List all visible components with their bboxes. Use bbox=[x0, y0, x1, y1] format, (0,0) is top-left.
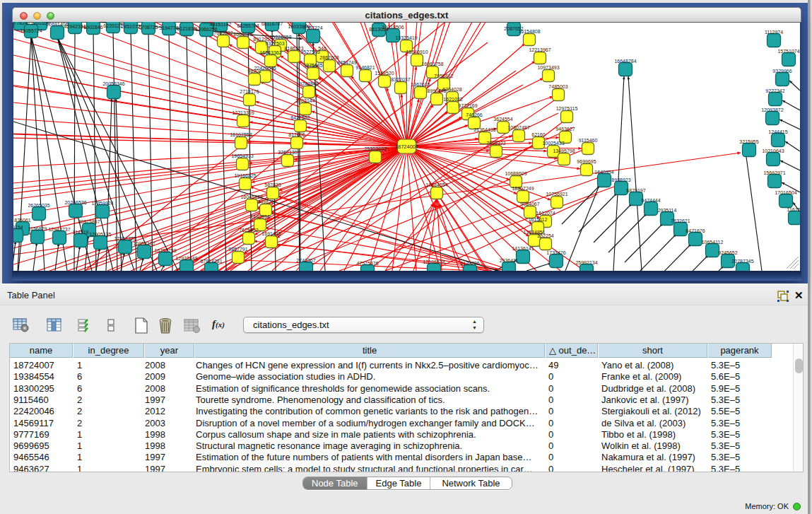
svg-text:16107553: 16107553 bbox=[230, 132, 252, 137]
svg-text:18640910: 18640910 bbox=[406, 49, 428, 54]
svg-text:9327503: 9327503 bbox=[265, 41, 284, 46]
svg-text:12213967: 12213967 bbox=[529, 47, 551, 52]
svg-text:2138286: 2138286 bbox=[460, 261, 479, 266]
svg-text:17359924: 17359924 bbox=[91, 201, 113, 206]
svg-text:9857791: 9857791 bbox=[228, 247, 247, 252]
svg-text:3624554: 3624554 bbox=[493, 117, 512, 122]
svg-text:1612074: 1612074 bbox=[536, 211, 555, 216]
svg-text:39154: 39154 bbox=[13, 225, 23, 230]
svg-text:67814281: 67814281 bbox=[200, 259, 222, 264]
svg-text:2935114: 2935114 bbox=[658, 208, 677, 213]
svg-text:1615112: 1615112 bbox=[529, 217, 548, 222]
svg-text:114519: 114519 bbox=[73, 230, 89, 235]
svg-text:7357224: 7357224 bbox=[303, 25, 322, 30]
svg-text:68116787: 68116787 bbox=[261, 22, 283, 26]
svg-text:9115460: 9115460 bbox=[579, 138, 598, 143]
svg-text:2936411: 2936411 bbox=[500, 258, 519, 263]
svg-text:10807487: 10807487 bbox=[507, 125, 529, 130]
svg-text:8454749: 8454749 bbox=[337, 60, 356, 65]
svg-text:1362615: 1362615 bbox=[411, 82, 430, 87]
svg-text:1640954: 1640954 bbox=[594, 170, 613, 175]
svg-text:9227342: 9227342 bbox=[765, 88, 784, 93]
svg-text:3215955: 3215955 bbox=[739, 139, 758, 144]
svg-text:8471676: 8471676 bbox=[686, 228, 705, 233]
svg-text:30975867: 30975867 bbox=[78, 219, 100, 224]
svg-text:18807249: 18807249 bbox=[512, 186, 534, 191]
svg-text:16648784: 16648784 bbox=[614, 59, 636, 64]
svg-text:546: 546 bbox=[318, 46, 326, 51]
svg-text:20053346: 20053346 bbox=[102, 81, 124, 86]
svg-text:13325419: 13325419 bbox=[395, 35, 417, 40]
svg-text:12213369: 12213369 bbox=[232, 110, 254, 115]
svg-text:7632621: 7632621 bbox=[671, 218, 690, 223]
svg-text:68255704: 68255704 bbox=[237, 23, 259, 28]
svg-text:62160: 62160 bbox=[531, 132, 546, 137]
svg-text:6902846: 6902846 bbox=[83, 25, 102, 30]
svg-text:8427552: 8427552 bbox=[290, 115, 310, 120]
svg-text:252254: 252254 bbox=[537, 233, 553, 238]
svg-text:1621022: 1621022 bbox=[443, 97, 462, 102]
svg-text:7986322: 7986322 bbox=[486, 141, 505, 146]
svg-text:12106538: 12106538 bbox=[423, 259, 445, 264]
svg-text:15692971: 15692971 bbox=[763, 170, 785, 175]
svg-text:16154808: 16154808 bbox=[518, 29, 540, 34]
svg-text:6794028: 6794028 bbox=[442, 87, 461, 92]
svg-text:3267130: 3267130 bbox=[278, 150, 297, 155]
svg-text:1244415: 1244415 bbox=[768, 129, 787, 134]
svg-text:746266: 746266 bbox=[466, 112, 482, 117]
svg-text:13495798: 13495798 bbox=[553, 148, 575, 153]
svg-text:21364436: 21364436 bbox=[473, 127, 495, 132]
svg-text:2451077: 2451077 bbox=[121, 24, 140, 29]
svg-text:2803144: 2803144 bbox=[295, 98, 314, 103]
svg-text:16961758: 16961758 bbox=[421, 62, 443, 66]
svg-text:8938923: 8938923 bbox=[611, 177, 630, 182]
svg-text:9527503: 9527503 bbox=[300, 49, 319, 54]
svg-text:17957225: 17957225 bbox=[114, 236, 136, 241]
svg-text:12942737: 12942737 bbox=[48, 227, 70, 232]
svg-text:12093872: 12093872 bbox=[761, 107, 783, 112]
svg-text:1156829: 1156829 bbox=[28, 226, 47, 231]
svg-text:1112974: 1112974 bbox=[765, 30, 783, 35]
svg-text:2867608: 2867608 bbox=[319, 55, 339, 60]
svg-text:19218506: 19218506 bbox=[382, 25, 404, 30]
svg-text:9474444: 9474444 bbox=[641, 198, 660, 203]
svg-text:10688609: 10688609 bbox=[505, 171, 526, 176]
svg-text:9329966: 9329966 bbox=[772, 69, 792, 74]
svg-text:2718176: 2718176 bbox=[240, 89, 259, 94]
svg-text:8660125: 8660125 bbox=[233, 32, 252, 37]
svg-text:587833: 587833 bbox=[264, 182, 281, 187]
svg-text:5194776: 5194776 bbox=[159, 25, 178, 30]
svg-text:15751074: 15751074 bbox=[777, 49, 799, 54]
svg-text:9699695: 9699695 bbox=[577, 159, 596, 164]
svg-text:9146821: 9146821 bbox=[355, 65, 375, 70]
svg-text:10756921: 10756921 bbox=[546, 192, 567, 197]
svg-text:7663822: 7663822 bbox=[213, 30, 233, 35]
svg-text:6121838: 6121838 bbox=[177, 26, 196, 31]
svg-text:10958107: 10958107 bbox=[133, 241, 155, 246]
svg-text:9242848: 9242848 bbox=[299, 81, 318, 86]
svg-text:47575476: 47575476 bbox=[356, 261, 378, 266]
svg-text:835061: 835061 bbox=[14, 218, 30, 223]
svg-text:18724007: 18724007 bbox=[395, 144, 418, 150]
svg-text:1588520: 1588520 bbox=[375, 71, 394, 76]
svg-text:16543362: 16543362 bbox=[259, 50, 281, 55]
svg-text:42942331: 42942331 bbox=[64, 24, 86, 29]
svg-text:9084067: 9084067 bbox=[520, 201, 539, 206]
svg-text:98901: 98901 bbox=[247, 69, 261, 74]
svg-text:20206536: 20206536 bbox=[64, 200, 86, 205]
svg-text:49151142: 49151142 bbox=[210, 22, 232, 27]
svg-text:9777169: 9777169 bbox=[458, 103, 477, 108]
svg-text:3778242: 3778242 bbox=[13, 22, 30, 25]
svg-text:19654933: 19654933 bbox=[231, 153, 253, 158]
svg-text:349822: 349822 bbox=[257, 199, 273, 204]
svg-text:15226058: 15226058 bbox=[269, 35, 291, 40]
svg-text:6708725: 6708725 bbox=[139, 25, 158, 30]
svg-text:25992134: 25992134 bbox=[575, 260, 597, 265]
svg-text:10210643: 10210643 bbox=[762, 148, 784, 153]
svg-text:14136141: 14136141 bbox=[512, 246, 534, 251]
svg-text:10025433: 10025433 bbox=[542, 141, 564, 146]
svg-text:7485003: 7485003 bbox=[548, 84, 567, 89]
svg-text:26265035: 26265035 bbox=[28, 203, 49, 208]
svg-text:3875685: 3875685 bbox=[303, 63, 322, 68]
svg-text:16046738: 16046738 bbox=[240, 194, 262, 199]
